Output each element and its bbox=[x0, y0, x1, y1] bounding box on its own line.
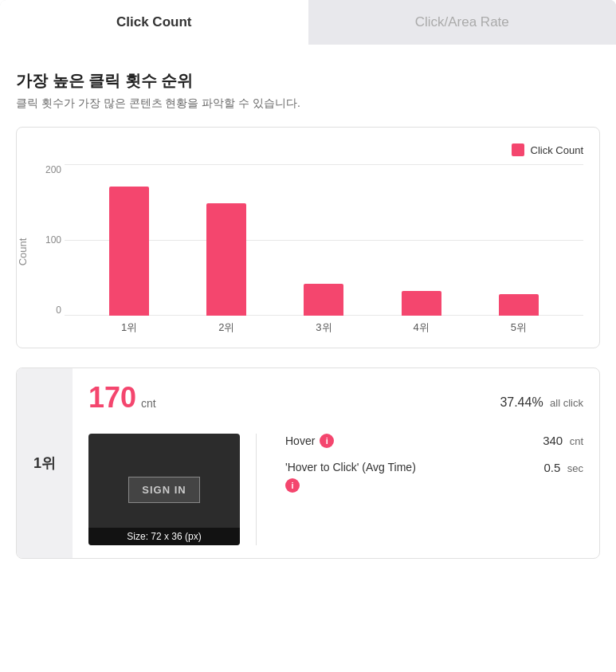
sign-in-label: SIGN IN bbox=[142, 484, 186, 496]
main-content: 가장 높은 클릭 횟수 순위 클릭 횟수가 가장 많은 콘텐츠 현황을 파악할 … bbox=[0, 45, 616, 575]
rank-number: 170 bbox=[88, 381, 136, 415]
legend-color-box bbox=[512, 143, 524, 156]
stat-value-htc: 0.5 sec bbox=[543, 461, 583, 475]
tabs-container: Click Count Click/Area Rate bbox=[0, 0, 616, 45]
rank-percent-suffix: all click bbox=[550, 397, 583, 409]
rank-percent-value: 37.44% bbox=[500, 395, 543, 409]
y-label-100: 100 bbox=[45, 234, 61, 246]
stat-row-hover-to-click: 'Hover to Click' (Avg Time) i 0.5 sec bbox=[285, 461, 583, 493]
tab-click-count[interactable]: Click Count bbox=[0, 0, 308, 45]
legend-label: Click Count bbox=[531, 144, 583, 156]
chart-container: Click Count 200 100 0 bbox=[16, 127, 600, 348]
chart-legend: Click Count bbox=[33, 143, 583, 156]
rank-content: 170 cnt 37.44% all click SIGN IN Size: 7… bbox=[73, 368, 599, 558]
sign-in-button-preview: SIGN IN bbox=[128, 477, 199, 503]
hover-info-icon[interactable]: i bbox=[320, 434, 334, 448]
rank-card: 1위 170 cnt 37.44% all click SIGN IN bbox=[16, 367, 600, 559]
section-title: 가장 높은 클릭 횟수 순위 bbox=[16, 70, 600, 92]
htc-info-icon[interactable]: i bbox=[285, 478, 300, 493]
hover-unit: cnt bbox=[570, 435, 583, 447]
chart-area: 200 100 0 1위2위3위4위5위 Count bbox=[33, 164, 583, 340]
y-label-0: 0 bbox=[56, 305, 61, 316]
rank-main: SIGN IN Size: 72 x 36 (px) Hover i bbox=[88, 434, 583, 545]
tab-click-area-rate[interactable]: Click/Area Rate bbox=[308, 0, 617, 45]
bar-2위 bbox=[206, 203, 246, 316]
x-label-5위: 5위 bbox=[511, 320, 527, 335]
bar-4위 bbox=[402, 291, 441, 316]
bar-3위 bbox=[304, 284, 343, 316]
bars-row bbox=[65, 164, 583, 316]
stat-label-hover-to-click: 'Hover to Click' (Avg Time) i bbox=[285, 461, 429, 493]
stat-label-hover-text: Hover bbox=[285, 434, 315, 447]
bar-5위 bbox=[499, 294, 539, 316]
x-label-4위: 4위 bbox=[414, 320, 430, 335]
stat-row-hover: Hover i 340 cnt bbox=[285, 434, 583, 448]
x-label-2위: 2위 bbox=[218, 320, 234, 335]
stat-value-hover: 340 cnt bbox=[543, 434, 583, 448]
rank-stats: Hover i 340 cnt 'Hover to Click' (Avg Ti… bbox=[273, 434, 583, 545]
section-subtitle: 클릭 횟수가 가장 많은 콘텐츠 현황을 파악할 수 있습니다. bbox=[16, 96, 600, 111]
x-label-3위: 3위 bbox=[316, 320, 332, 335]
stat-label-htc-text: 'Hover to Click' (Avg Time) bbox=[285, 461, 416, 474]
y-axis-count-label: Count bbox=[17, 238, 29, 266]
rank-cnt: cnt bbox=[141, 397, 156, 410]
rank-percent-block: 37.44% all click bbox=[500, 395, 583, 410]
bar-1위 bbox=[109, 187, 149, 316]
y-label-200: 200 bbox=[45, 164, 61, 175]
chart-grid-bars: 1위2위3위4위5위 bbox=[65, 164, 583, 340]
x-labels: 1위2위3위4위5위 bbox=[65, 316, 583, 340]
rank-count-row: 170 cnt bbox=[88, 381, 156, 415]
rank-label: 1위 bbox=[33, 454, 56, 473]
rank-image-preview: SIGN IN Size: 72 x 36 (px) bbox=[88, 434, 240, 545]
stat-label-hover: Hover i bbox=[285, 434, 334, 448]
x-label-1위: 1위 bbox=[121, 320, 137, 335]
y-axis: 200 100 0 bbox=[33, 164, 61, 316]
rank-divider bbox=[256, 434, 257, 545]
rank-badge: 1위 bbox=[17, 368, 73, 558]
count-header: 170 cnt 37.44% all click bbox=[88, 381, 583, 424]
htc-time: 0.5 bbox=[543, 461, 560, 474]
hover-count: 340 bbox=[543, 434, 563, 447]
htc-unit: sec bbox=[567, 462, 583, 474]
image-size-label: Size: 72 x 36 (px) bbox=[88, 528, 240, 545]
